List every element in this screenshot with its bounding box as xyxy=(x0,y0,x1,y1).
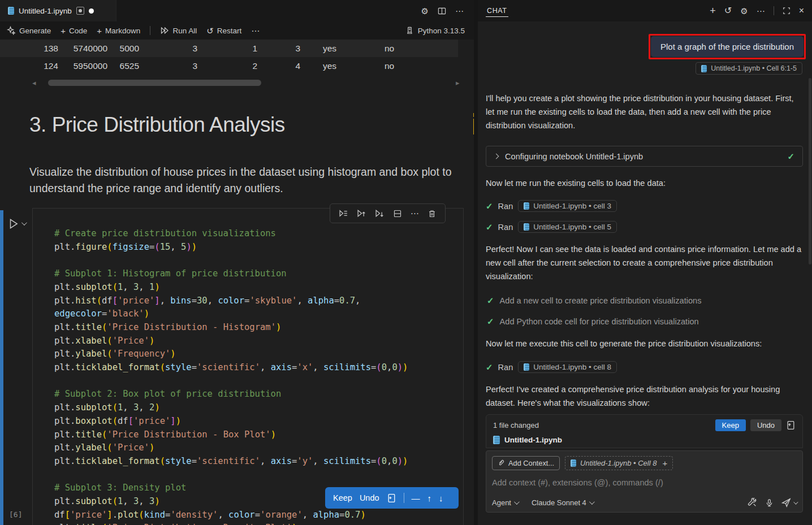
vscode-window: Untitled-1.ipynb ⚙ ⋯ Generate + Code + M… xyxy=(0,0,812,525)
user-message-highlight: Plot a graph of the price distribution xyxy=(649,34,806,59)
more-actions-icon[interactable]: ⋯ xyxy=(455,7,464,15)
code-line[interactable] xyxy=(54,254,461,267)
add-code-cell-button[interactable]: + Code xyxy=(61,27,87,35)
code-line[interactable]: # Subplot 2: Box plot of price distribut… xyxy=(54,388,461,401)
new-chat-icon[interactable]: + xyxy=(710,6,716,16)
undo-button[interactable]: Undo xyxy=(750,419,781,431)
notebook-toolbar: Generate + Code + Markdown Run All ↺ Res… xyxy=(0,21,474,40)
code-line[interactable]: plt.ylabel('Frequency') xyxy=(54,348,461,361)
arrow-up-icon[interactable]: ↑ xyxy=(427,493,432,503)
code-line[interactable]: plt.boxplot(df['price']) xyxy=(54,415,461,428)
pane-divider[interactable] xyxy=(474,0,478,525)
keep-button[interactable]: Keep xyxy=(333,493,352,502)
generate-button[interactable]: Generate xyxy=(7,26,51,35)
tab-chat[interactable]: CHAT xyxy=(486,1,508,20)
model-picker[interactable]: Claude Sonnet 4 xyxy=(532,498,593,507)
widget-separator xyxy=(404,493,404,503)
send-button[interactable] xyxy=(781,498,797,507)
tab-square-dot-icon[interactable] xyxy=(76,7,84,15)
attachment-pill[interactable]: Untitled-1.ipynb • Cell 8 + xyxy=(565,456,673,470)
editor-actions: ⚙ ⋯ xyxy=(421,0,474,21)
execute-above-icon[interactable] xyxy=(357,209,366,218)
kernel-picker[interactable]: Python 3.13.5 xyxy=(405,27,465,35)
cell-reference-pill[interactable]: Untitled-1.ipynb • cell 5 xyxy=(518,221,617,233)
code-line[interactable]: plt.title('Price Distribution - Histogra… xyxy=(54,321,461,335)
code-line[interactable]: plt.ylabel('Price') xyxy=(54,441,461,455)
undo-button[interactable]: Undo xyxy=(360,493,379,502)
code-line[interactable]: # Create price distribution visualizatio… xyxy=(54,227,461,241)
ran-cell-row: ✓ Ran Untitled-1.ipynb • cell 5 xyxy=(486,221,617,233)
split-cell-icon[interactable] xyxy=(393,209,402,218)
assistant-paragraph: I'll help you create a plot showing the … xyxy=(486,92,805,132)
code-line[interactable]: plt.xlabel('Price') xyxy=(54,335,461,348)
tools-icon[interactable] xyxy=(748,498,757,507)
check-icon: ✓ xyxy=(486,222,493,232)
chat-scrollbar[interactable] xyxy=(809,78,811,264)
code-line[interactable]: plt.ticklabel_format(style='scientific',… xyxy=(54,455,461,468)
run-all-icon xyxy=(160,26,169,35)
user-message[interactable]: Plot a graph of the price distribution xyxy=(651,36,804,57)
scroll-right-arrow[interactable]: ▸ xyxy=(456,79,460,87)
diff-file-icon[interactable] xyxy=(387,493,396,503)
minimize-icon[interactable]: — xyxy=(412,493,420,503)
cell-reference-pill[interactable]: Untitled-1.ipynb • cell 8 xyxy=(518,361,617,373)
tab-untitled-1[interactable]: Untitled-1.ipynb xyxy=(0,0,116,21)
execute-below-icon[interactable] xyxy=(375,209,385,218)
code-line[interactable]: plt.subplot(1, 3, 2) xyxy=(54,401,461,415)
inline-chat-widget: Keep Undo — ↑ ↓ xyxy=(325,487,459,509)
arrow-down-icon[interactable]: ↓ xyxy=(439,493,443,503)
changed-file-row[interactable]: Untitled-1.ipynb xyxy=(493,436,796,444)
code-line[interactable]: plt.hist(df['price'], bins=30, color='sk… xyxy=(54,294,461,308)
unsaved-changes-dot[interactable] xyxy=(89,8,94,14)
restart-icon: ↺ xyxy=(206,27,214,35)
scroll-left-arrow[interactable]: ◂ xyxy=(32,79,36,87)
dataframe-cell: yes xyxy=(300,44,359,54)
dataframe-cell: 3 xyxy=(257,44,300,54)
cell-more-actions-icon[interactable]: ⋯ xyxy=(411,209,419,218)
code-line[interactable]: plt.title('Price Distribution - Density … xyxy=(54,522,461,525)
gear-icon[interactable]: ⚙ xyxy=(421,7,429,15)
chat-input-placeholder[interactable]: Add context (#), extensions (@), command… xyxy=(492,478,797,487)
run-by-line-icon[interactable] xyxy=(339,209,348,218)
add-context-button[interactable]: Add Context... xyxy=(492,456,560,470)
code-editor[interactable]: # Create price distribution visualizatio… xyxy=(54,227,461,525)
close-icon[interactable]: × xyxy=(799,6,804,15)
horizontal-scrollbar[interactable] xyxy=(48,80,261,86)
chevron-down-icon xyxy=(793,500,798,504)
delete-cell-icon[interactable] xyxy=(427,209,437,218)
code-line[interactable]: plt.ticklabel_format(style='scientific',… xyxy=(54,361,461,375)
code-line[interactable]: df['price'].plot(kind='density', color='… xyxy=(54,509,461,522)
code-line[interactable]: plt.figure(figsize=(15, 5)) xyxy=(54,241,461,254)
microphone-icon[interactable] xyxy=(765,498,774,507)
configuring-notebook-box[interactable]: Configuring notebook Untitled-1.ipynb ✓ xyxy=(486,146,803,167)
toolbar-more-icon[interactable]: ⋯ xyxy=(251,27,260,35)
code-line[interactable]: edgecolor='black') xyxy=(54,307,461,321)
agent-mode-picker[interactable]: Agent xyxy=(492,498,518,507)
maximize-icon[interactable] xyxy=(783,7,791,15)
split-editor-icon[interactable] xyxy=(438,7,446,15)
send-icon xyxy=(781,498,791,507)
code-line[interactable]: # Subplot 1: Histogram of price distribu… xyxy=(54,267,461,281)
cell-reference-pill[interactable]: Untitled-1.ipynb • cell 3 xyxy=(518,200,617,212)
code-line[interactable] xyxy=(54,375,461,388)
keep-button[interactable]: Keep xyxy=(715,419,746,431)
restart-button[interactable]: ↺ Restart xyxy=(206,27,241,35)
chat-actions: + ↺ ⚙ ⋯ × xyxy=(710,6,804,16)
user-message-context-pill[interactable]: Untitled-1.ipynb • Cell 6:1-5 xyxy=(696,62,802,75)
run-cell-button[interactable] xyxy=(7,218,25,230)
gear-icon[interactable]: ⚙ xyxy=(740,7,748,15)
code-line[interactable]: plt.title('Price Distribution - Box Plot… xyxy=(54,428,461,442)
add-markdown-cell-button[interactable]: + Markdown xyxy=(97,27,140,35)
code-cell[interactable]: # Create price distribution visualizatio… xyxy=(32,208,464,525)
dataframe-cell: 1 xyxy=(197,44,257,54)
run-all-button[interactable]: Run All xyxy=(160,26,197,35)
plus-icon[interactable]: + xyxy=(662,458,667,468)
chat-input-box[interactable]: Add Context... Untitled-1.ipynb • Cell 8… xyxy=(486,450,803,513)
chevron-down-icon[interactable] xyxy=(21,220,27,225)
code-line[interactable] xyxy=(54,468,461,482)
more-actions-icon[interactable]: ⋯ xyxy=(757,7,765,15)
execution-count: [6] xyxy=(9,510,22,519)
open-changes-icon[interactable] xyxy=(786,420,796,430)
history-icon[interactable]: ↺ xyxy=(724,6,732,15)
code-line[interactable]: plt.subplot(1, 3, 1) xyxy=(54,281,461,294)
